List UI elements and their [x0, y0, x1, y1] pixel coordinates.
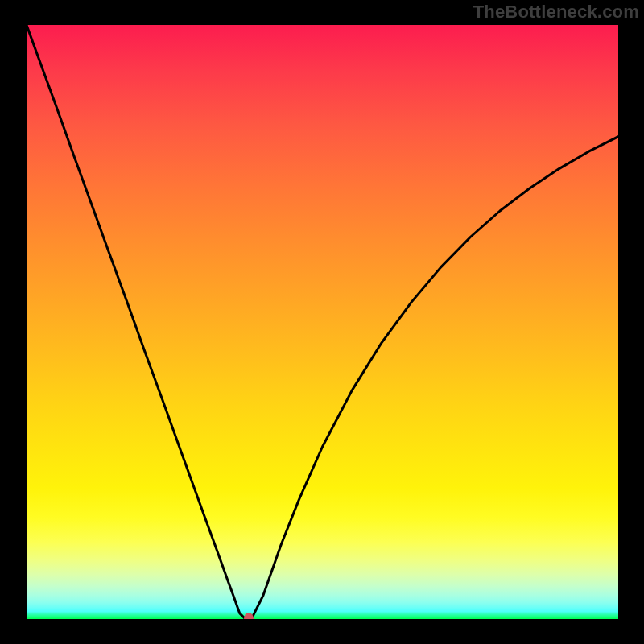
bottleneck-curve	[27, 25, 618, 619]
plot-area	[27, 25, 618, 619]
chart-frame: TheBottleneck.com	[0, 0, 644, 644]
watermark-text: TheBottleneck.com	[473, 2, 639, 23]
